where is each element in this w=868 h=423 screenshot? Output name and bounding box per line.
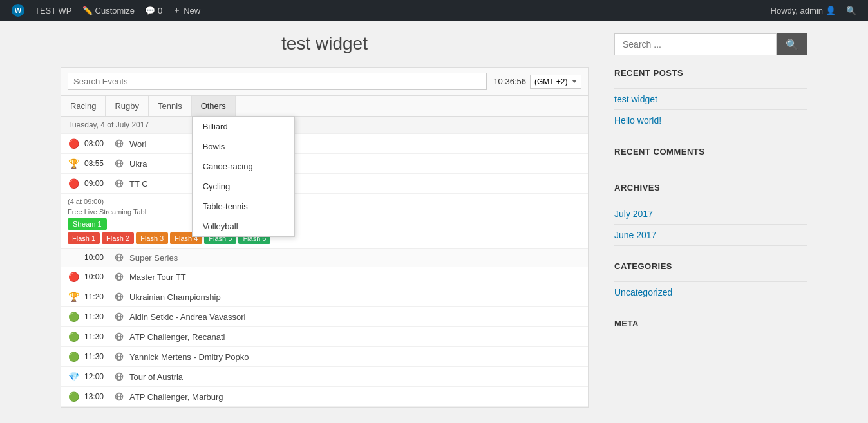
globe-icon [114, 138, 124, 149]
stream-note2: Free Live Streaming Tabl [68, 208, 581, 216]
page-wrapper: test widget 10:36:56 (GMT +2) Racing [48, 21, 820, 420]
fire-icon: 🔴 [68, 178, 79, 189]
divider [614, 167, 807, 167]
dropdown-item-table-tennis[interactable]: Table-tennis [193, 196, 294, 216]
tab-racing[interactable]: Racing [61, 96, 106, 116]
globe-icon [114, 371, 124, 382]
plus-icon: ＋ [173, 5, 181, 16]
tab-rugby[interactable]: Rugby [106, 96, 149, 116]
meta-title: META [614, 319, 807, 331]
divider [614, 339, 807, 339]
event-name: Ukrainian Championship [129, 292, 581, 302]
sidebar-item-hello-world[interactable]: Hello world! [614, 115, 807, 126]
event-name: Super Series [129, 253, 581, 263]
site-name-label: TEST WP [35, 6, 72, 15]
table-row: 🟢 11:30 Aldin Setkic - Andrea Vavassori [61, 307, 588, 327]
globe-icon [114, 178, 124, 189]
event-time: 10:00 [84, 272, 109, 281]
leaf-icon: 🟢 [68, 311, 79, 323]
event-name: Yannick Mertens - Dmitry Popko [129, 352, 581, 362]
divider [614, 245, 807, 246]
table-row: 🔴 08:00 Worl [61, 134, 588, 154]
table-row: 🟢 11:30 Yannick Mertens - Dmitry Popko [61, 347, 588, 367]
event-time: 12:00 [84, 372, 109, 381]
divider [614, 203, 807, 203]
stream-area: (4 at 09:00) Free Live Streaming Tabl St… [61, 194, 588, 249]
new-btn[interactable]: ＋ New [167, 0, 205, 21]
comments-btn[interactable]: 💬 0 [140, 0, 167, 21]
globe-icon [114, 292, 124, 302]
stream-note: (4 at 09:00) [68, 198, 581, 205]
table-row: 🔴 09:00 TT C [61, 174, 588, 194]
dropdown-item-volleyball[interactable]: Volleyball [193, 216, 294, 236]
gem-icon: 💎 [68, 371, 79, 382]
table-row: 🏆 11:20 Ukrainian Championship [61, 287, 588, 307]
admin-bar: W TEST WP ✏️ Customize 💬 0 ＋ New Howdy, … [0, 0, 868, 21]
flash-btn-2[interactable]: Flash 2 [102, 232, 134, 244]
tab-tennis[interactable]: Tennis [149, 96, 192, 116]
event-name: ATP Challenger, Recanati [129, 332, 581, 342]
divider [614, 88, 807, 89]
flash-btn-1[interactable]: Flash 1 [68, 232, 100, 244]
wp-logo-btn[interactable]: W [6, 0, 30, 21]
comments-count: 0 [158, 6, 162, 15]
fire-icon: 🔴 [68, 271, 79, 283]
pencil-icon: ✏️ [82, 6, 93, 15]
timezone-select[interactable]: (GMT +2) [530, 75, 581, 89]
archives-title: ARCHIVES [614, 183, 807, 195]
dropdown-item-canoe[interactable]: Canoe-racing [193, 156, 294, 176]
table-row: 💎 12:00 Tour of Austria [61, 367, 588, 387]
search-events-input[interactable] [68, 73, 487, 90]
sidebar-search-button[interactable]: 🔍 [777, 33, 807, 55]
globe-icon [114, 252, 124, 263]
howdy-text: Howdy, admin [771, 6, 823, 15]
event-time: 11:30 [84, 352, 109, 361]
divider [614, 109, 807, 110]
event-time: 08:00 [84, 139, 109, 148]
sidebar-item-uncategorized[interactable]: Uncategorized [614, 287, 807, 297]
event-time: 11:30 [84, 312, 109, 321]
globe-icon [114, 312, 124, 322]
customize-btn[interactable]: ✏️ Customize [77, 0, 140, 21]
sidebar-meta: META [614, 319, 807, 339]
howdy-btn[interactable]: Howdy, admin 👤 [766, 0, 841, 21]
table-row: 🟢 11:30 ATP Challenger, Recanati [61, 327, 588, 347]
dropdown-item-bowls[interactable]: Bowls [193, 136, 294, 156]
trophy-icon: 🏆 [68, 158, 79, 169]
date-header: Tuesday, 4 of July 2017 [61, 117, 588, 134]
divider [614, 303, 807, 303]
tab-tennis-label: Tennis [158, 101, 182, 111]
dropdown-item-billiard[interactable]: Billiard [193, 117, 294, 136]
divider [614, 131, 807, 131]
search-icon: 🔍 [846, 6, 856, 15]
categories-title: CATEGORIES [614, 261, 807, 274]
admin-bar-right: Howdy, admin 👤 🔍 [766, 0, 862, 21]
globe-icon [114, 352, 124, 362]
search-icon: 🔍 [786, 39, 798, 50]
sidebar-search-input[interactable] [614, 33, 777, 55]
flash-btn-3[interactable]: Flash 3 [136, 232, 168, 244]
leaf-icon: 🟢 [68, 331, 79, 343]
event-time: 08:55 [84, 159, 109, 168]
site-name-btn[interactable]: TEST WP [30, 0, 77, 21]
sidebar-categories: CATEGORIES Uncategorized [614, 261, 807, 303]
others-dropdown: Billiard Bowls Canoe-racing Cycling Tabl [192, 116, 295, 237]
leaf-icon: 🟢 [68, 351, 79, 362]
globe-icon [114, 272, 124, 282]
leaf-icon: 🟢 [68, 391, 79, 402]
admin-search-btn[interactable]: 🔍 [841, 0, 862, 21]
tab-others[interactable]: Others Billiard Bowls Canoe-racing [192, 96, 236, 116]
globe-icon [114, 391, 124, 402]
stream-btn[interactable]: Stream 1 [68, 218, 107, 230]
dropdown-item-cycling[interactable]: Cycling [193, 176, 294, 196]
globe-icon [114, 158, 124, 169]
sidebar-item-june-2017[interactable]: June 2017 [614, 230, 807, 240]
divider [614, 224, 807, 225]
event-time: 11:30 [84, 332, 109, 341]
table-row: 🏆 08:55 Ukra [61, 154, 588, 174]
widget-container: 10:36:56 (GMT +2) Racing Rugby Tennis [61, 67, 589, 408]
sidebar-archives: ARCHIVES July 2017 June 2017 [614, 183, 807, 246]
sidebar-item-july-2017[interactable]: July 2017 [614, 209, 807, 219]
sidebar-item-test-widget[interactable]: test widget [614, 94, 807, 104]
tab-others-label: Others [201, 101, 226, 111]
